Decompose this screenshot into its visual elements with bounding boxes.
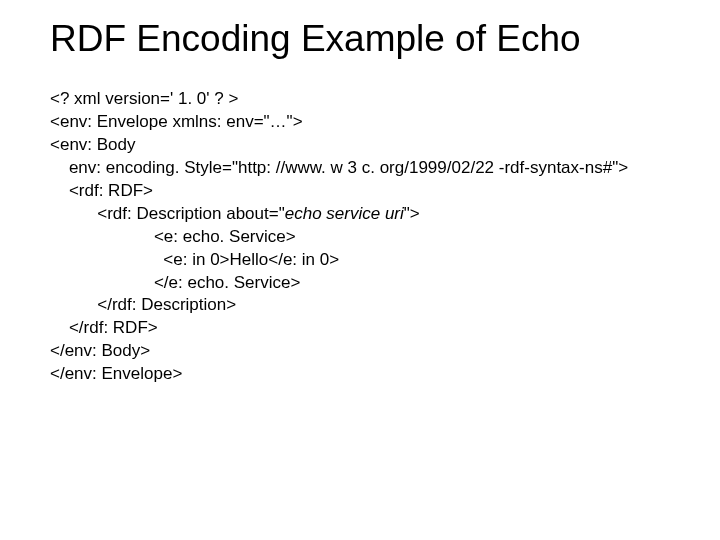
code-line: </env: Body>	[50, 340, 680, 363]
code-line: </env: Envelope>	[50, 363, 680, 386]
slide: RDF Encoding Example of Echo <? xml vers…	[0, 0, 720, 386]
code-text: <rdf: Description about="	[50, 204, 285, 223]
code-text: ">	[404, 204, 420, 223]
code-line: <env: Envelope xmlns: env="…">	[50, 111, 680, 134]
code-line: </rdf: Description>	[50, 294, 680, 317]
italic-text: echo service uri	[285, 204, 404, 223]
slide-title: RDF Encoding Example of Echo	[50, 18, 680, 60]
code-line: <? xml version=' 1. 0' ? >	[50, 88, 680, 111]
code-line: <env: Body	[50, 134, 680, 157]
code-line: env: encoding. Style="http: //www. w 3 c…	[50, 157, 680, 180]
code-line: <rdf: RDF>	[50, 180, 680, 203]
code-line: </rdf: RDF>	[50, 317, 680, 340]
code-block: <? xml version=' 1. 0' ? > <env: Envelop…	[50, 88, 680, 386]
code-line: </e: echo. Service>	[50, 272, 680, 295]
code-line: <e: echo. Service>	[50, 226, 680, 249]
code-line: <rdf: Description about="echo service ur…	[50, 203, 680, 226]
code-line: <e: in 0>Hello</e: in 0>	[50, 249, 680, 272]
